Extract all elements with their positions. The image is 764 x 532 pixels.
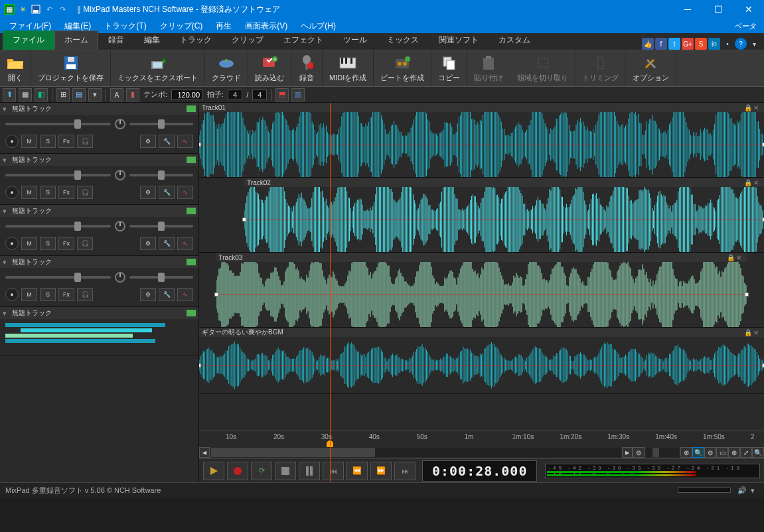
stop-button[interactable]	[275, 462, 296, 480]
mute-button[interactable]: M	[21, 186, 37, 199]
headphone-button[interactable]: 🎧	[77, 288, 93, 301]
sig-denominator[interactable]: 4	[252, 90, 267, 100]
arm-record-button[interactable]: ●	[5, 288, 19, 301]
help-icon[interactable]: ?	[735, 38, 747, 50]
volume-slider[interactable]	[5, 174, 111, 176]
forward-button[interactable]: ⏩	[370, 462, 392, 480]
track-header[interactable]: ▾ 無題トラック	[0, 256, 198, 268]
timeline[interactable]: 10s20s30s40s50s1m1m:10s1m:20s1m:30s1m:40…	[199, 431, 764, 446]
headphone-button[interactable]: 🎧	[77, 135, 93, 148]
tool-6[interactable]: ▾	[88, 88, 102, 101]
menu-dots-icon[interactable]: •	[722, 38, 733, 50]
wrench-button[interactable]: 🔧	[159, 186, 175, 199]
record-button[interactable]	[227, 462, 248, 480]
zoom-fit[interactable]: ⤢	[740, 447, 752, 458]
tool-grid[interactable]: ▥	[291, 88, 305, 101]
ribbon-record[interactable]: 録音	[291, 50, 323, 86]
tab-mix[interactable]: ミックス	[377, 31, 429, 50]
sig-numerator[interactable]: 4	[228, 90, 242, 100]
tab-edit[interactable]: 編集	[134, 31, 170, 50]
gain-slider[interactable]	[129, 123, 193, 125]
close-clip-icon[interactable]: ✕	[753, 104, 761, 111]
start-button[interactable]: ⏮	[323, 462, 344, 480]
scroll-left[interactable]: ◀	[199, 447, 210, 458]
clip-header[interactable]: Track01 🔒 ✕	[199, 103, 764, 112]
minimize-button[interactable]: ─	[672, 0, 703, 19]
track-header[interactable]: ▾ 無題トラック	[0, 103, 198, 115]
pan-knob[interactable]	[115, 272, 125, 283]
route-button[interactable]: ⚙	[140, 288, 156, 301]
fx-button[interactable]: Fx	[58, 186, 74, 199]
tool-1[interactable]: ⬆	[3, 88, 16, 101]
wrench-button[interactable]: 🔧	[159, 135, 175, 148]
ribbon-open[interactable]: 開く	[0, 50, 31, 86]
play-button[interactable]	[203, 462, 224, 480]
tab-related[interactable]: 関連ソフト	[429, 31, 489, 50]
close-button[interactable]: ✕	[733, 0, 764, 19]
waveform[interactable]	[216, 262, 747, 327]
headphone-button[interactable]: 🎧	[77, 186, 93, 199]
volume-slider[interactable]	[5, 225, 111, 228]
twitter-icon[interactable]: t	[668, 38, 680, 50]
tool-2[interactable]: ▦	[19, 88, 32, 101]
pan-knob[interactable]	[115, 119, 125, 129]
wrench-button[interactable]: 🔧	[159, 288, 175, 301]
zoom-v-in[interactable]: ⊕	[728, 447, 740, 458]
automation-button[interactable]: ∿	[177, 237, 193, 250]
maximize-button[interactable]: ☐	[703, 0, 733, 19]
lock-icon[interactable]: 🔒	[744, 179, 752, 186]
route-button[interactable]: ⚙	[140, 237, 156, 250]
ribbon-cloud[interactable]: クラウド	[205, 50, 248, 86]
fx-button[interactable]: Fx	[58, 288, 74, 301]
route-button[interactable]: ⚙	[140, 135, 156, 148]
clip-header[interactable]: ギターの明るい爽やかBGM 🔒 ✕	[199, 328, 764, 337]
tab-track[interactable]: トラック	[170, 31, 222, 50]
tool-marker[interactable]: ⬒	[275, 88, 289, 101]
track-header[interactable]: ▾ 無題トラック	[0, 205, 198, 217]
collapse-icon[interactable]: ▾	[3, 105, 9, 113]
lock-icon[interactable]: 🔒	[744, 329, 752, 336]
automation-button[interactable]: ∿	[177, 288, 193, 301]
tracks-area[interactable]: Track01 🔒 ✕ Track02 🔒 ✕ Track03 🔒 ✕	[199, 103, 764, 431]
pan-knob[interactable]	[115, 170, 125, 180]
scroll-right[interactable]: ▶	[622, 447, 633, 458]
close-clip-icon[interactable]: ✕	[753, 329, 761, 336]
close-clip-icon[interactable]: ✕	[736, 254, 744, 261]
fx-button[interactable]: Fx	[58, 237, 74, 250]
tab-record[interactable]: 録音	[98, 31, 134, 50]
dropdown-icon[interactable]: ▾	[748, 38, 760, 50]
end-button[interactable]: ⏭	[394, 462, 416, 480]
zoom-in[interactable]: ⊕	[680, 447, 692, 458]
ribbon-copy[interactable]: コピー	[431, 50, 467, 86]
pause-button[interactable]	[299, 462, 320, 480]
tab-file[interactable]: ファイル	[3, 31, 54, 50]
route-button[interactable]: ⚙	[140, 186, 156, 199]
collapse-icon[interactable]: ▾	[3, 156, 9, 165]
arm-record-button[interactable]: ●	[5, 237, 19, 250]
gain-slider[interactable]	[129, 225, 193, 228]
mute-button[interactable]: M	[21, 135, 37, 148]
zoom-slider[interactable]	[646, 448, 679, 457]
tab-effect[interactable]: エフェクト	[273, 31, 333, 50]
solo-button[interactable]: S	[40, 135, 56, 148]
ribbon-export[interactable]: ミックスをエクスポート	[111, 50, 205, 86]
lock-icon[interactable]: 🔒	[744, 104, 752, 111]
track-enable-switch[interactable]	[187, 208, 196, 214]
zoom-all[interactable]: 🔍	[752, 447, 764, 458]
fx-button[interactable]: Fx	[58, 135, 74, 148]
like-icon[interactable]: 👍	[642, 38, 654, 50]
reload-icon[interactable]: ✳	[17, 4, 28, 15]
gain-slider[interactable]	[129, 174, 193, 176]
mute-button[interactable]: M	[21, 237, 37, 250]
tab-custom[interactable]: カスタム	[489, 31, 540, 50]
undo-icon[interactable]: ↶	[44, 4, 54, 15]
clip-header[interactable]: Track03 🔒 ✕	[216, 253, 747, 262]
volume-icon[interactable]: 🔊	[737, 486, 747, 495]
overview[interactable]	[0, 319, 198, 356]
track-enable-switch[interactable]	[187, 157, 196, 163]
rewind-button[interactable]: ⏪	[346, 462, 368, 480]
zoom-v-default[interactable]: ▭	[716, 447, 728, 458]
tool-3[interactable]: ◧	[35, 88, 48, 101]
tab-home[interactable]: ホーム	[54, 31, 98, 50]
solo-button[interactable]: S	[40, 237, 56, 250]
